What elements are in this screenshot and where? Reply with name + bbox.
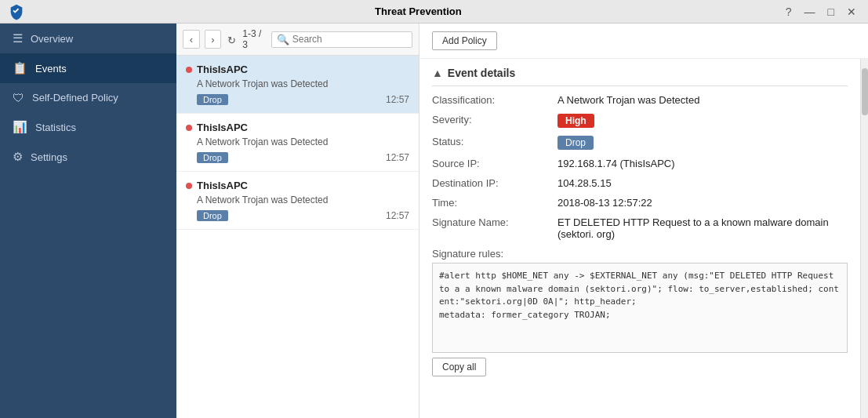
classification-value: A Network Trojan was Detected [557,94,848,106]
event-footer: Drop 12:57 [186,94,409,105]
event-footer: Drop 12:57 [186,210,409,221]
list-item[interactable]: ThisIsAPC A Network Trojan was Detected … [176,114,419,172]
sidebar-item-overview-label: Overview [31,33,73,45]
content-area: ‹ › ↻ 1-3 / 3 🔍 Th [176,24,868,418]
event-details-section: ▲ Event details [432,59,848,86]
events-icon: 📋 [13,61,27,75]
time-row: Time: 2018-08-13 12:57:22 [432,197,848,209]
minimize-button[interactable]: — [801,4,819,20]
drop-badge: Drop [197,210,228,221]
titlebar: Threat Prevention ? — □ ✕ [0,0,868,24]
event-desc: A Network Trojan was Detected [186,78,409,89]
sidebar-item-policy-label: Self-Defined Policy [32,92,118,104]
pagination-label: 1-3 / 3 [242,28,266,50]
sidebar-item-settings[interactable]: ⚙ Settings [0,142,176,172]
source-ip-value: 192.168.1.74 (ThisIsAPC) [557,158,848,169]
search-input[interactable] [292,34,407,45]
event-header: ThisIsAPC [186,64,409,75]
event-desc: A Network Trojan was Detected [186,194,409,205]
event-desc: A Network Trojan was Detected [186,136,409,147]
event-time: 12:57 [386,152,409,163]
collapse-icon[interactable]: ▲ [432,67,443,79]
severity-row: Severity: High [432,114,848,128]
details-scrollbar[interactable] [860,59,868,418]
event-time: 12:57 [386,210,409,221]
sidebar-item-statistics-label: Statistics [35,122,76,133]
overview-icon: ☰ [13,31,23,45]
policy-icon: 🛡 [13,91,24,104]
classification-label: Classification: [432,94,557,106]
next-icon: › [211,34,214,45]
severity-badge: High [557,114,594,128]
event-time: 12:57 [386,94,409,105]
signature-rules-row: Signature rules: #alert http $HOME_NET a… [432,248,848,376]
app-body: ☰ Overview 📋 Events 🛡 Self-Defined Polic… [0,24,868,418]
time-value: 2018-08-13 12:57:22 [557,197,848,209]
titlebar-left [8,3,55,20]
drop-badge: Drop [197,94,228,105]
classification-row: Classification: A Network Trojan was Det… [432,94,848,106]
prev-icon: ‹ [190,34,193,45]
search-icon: 🔍 [277,34,289,45]
sidebar-item-self-defined-policy[interactable]: 🛡 Self-Defined Policy [0,83,176,112]
sidebar-item-statistics[interactable]: 📊 Statistics [0,112,176,142]
events-list: ThisIsAPC A Network Trojan was Detected … [176,56,419,418]
details-content: ▲ Event details Classification: A Networ… [419,59,860,418]
refresh-icon: ↻ [227,35,236,46]
titlebar-controls: ? — □ ✕ [782,4,860,20]
list-item[interactable]: ThisIsAPC A Network Trojan was Detected … [176,56,419,114]
time-label: Time: [432,197,557,209]
status-label: Status: [432,136,557,147]
status-badge: Drop [557,136,594,150]
drop-badge: Drop [197,152,228,163]
severity-label: Severity: [432,114,557,125]
sidebar-item-events-label: Events [35,63,67,75]
list-item[interactable]: ThisIsAPC A Network Trojan was Detected … [176,172,419,230]
signature-rules-box[interactable]: #alert http $HOME_NET any -> $EXTERNAL_N… [432,263,848,353]
statistics-icon: 📊 [13,120,27,134]
event-name: ThisIsAPC [197,122,248,133]
search-box-wrapper[interactable]: 🔍 [271,31,412,48]
event-dot [186,183,192,189]
sidebar-item-overview[interactable]: ☰ Overview [0,24,176,53]
sidebar-item-events[interactable]: 📋 Events [0,53,176,83]
titlebar-title: Threat Prevention [55,5,782,17]
signature-name-value: ET DELETED HTTP Request to a a known mal… [557,216,848,240]
signature-name-row: Signature Name: ET DELETED HTTP Request … [432,216,848,240]
add-policy-button[interactable]: Add Policy [432,31,497,50]
help-button[interactable]: ? [782,4,796,20]
status-row: Status: Drop [432,136,848,150]
event-dot [186,125,192,131]
destination-ip-row: Destination IP: 104.28.5.15 [432,177,848,189]
event-footer: Drop 12:57 [186,152,409,163]
next-button[interactable]: › [205,30,222,49]
maximize-button[interactable]: □ [824,4,838,20]
signature-name-label: Signature Name: [432,216,557,228]
event-dot [186,67,192,73]
details-panel: Add Policy ▲ Event details Classificatio… [419,24,868,418]
destination-ip-value: 104.28.5.15 [557,177,848,189]
settings-icon: ⚙ [13,150,23,164]
copy-all-button[interactable]: Copy all [432,358,486,376]
section-title: Event details [448,67,515,79]
details-header: Add Policy [419,24,868,59]
event-header: ThisIsAPC [186,180,409,191]
refresh-button[interactable]: ↻ [226,31,238,48]
close-button[interactable]: ✕ [843,4,860,20]
details-panel-scroll: ▲ Event details Classification: A Networ… [419,59,868,418]
prev-button[interactable]: ‹ [183,30,200,49]
sidebar-item-settings-label: Settings [31,151,67,163]
events-toolbar: ‹ › ↻ 1-3 / 3 🔍 [176,24,419,56]
source-ip-row: Source IP: 192.168.1.74 (ThisIsAPC) [432,158,848,169]
destination-ip-label: Destination IP: [432,177,557,189]
sidebar: ☰ Overview 📋 Events 🛡 Self-Defined Polic… [0,24,176,418]
event-name: ThisIsAPC [197,64,248,75]
source-ip-label: Source IP: [432,158,557,169]
event-header: ThisIsAPC [186,122,409,133]
shield-icon [8,3,25,20]
event-name: ThisIsAPC [197,180,248,191]
scrollbar-thumb[interactable] [862,68,868,115]
events-panel: ‹ › ↻ 1-3 / 3 🔍 Th [176,24,419,418]
signature-rules-label: Signature rules: [432,248,557,260]
